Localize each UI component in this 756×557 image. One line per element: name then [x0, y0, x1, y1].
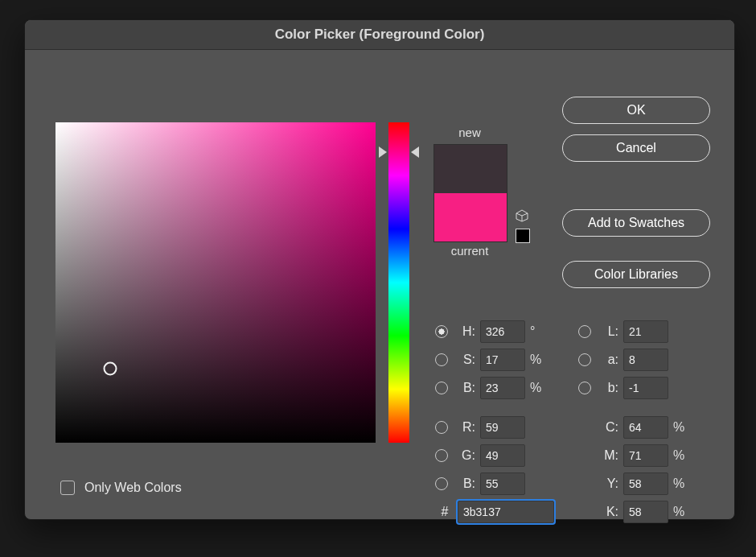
- model-a-radio[interactable]: [578, 353, 591, 366]
- hue-slider-handle-left-icon[interactable]: [379, 146, 387, 158]
- hue-slider[interactable]: [388, 122, 409, 443]
- bhsb-label: B:: [451, 381, 480, 395]
- dialog-title: Color Picker (Foreground Color): [25, 20, 734, 50]
- hex-input[interactable]: [458, 501, 554, 523]
- swatch-current-label: current: [433, 244, 506, 258]
- only-web-colors-label: Only Web Colors: [84, 481, 182, 495]
- g-label: G:: [451, 448, 480, 463]
- dialog-content: new current OK Cancel Add to Swatches Co…: [25, 50, 734, 520]
- only-web-colors-checkbox[interactable]: Only Web Colors: [60, 481, 182, 495]
- m-unit: %: [668, 448, 692, 463]
- s-unit: %: [525, 353, 549, 367]
- bhsb-unit: %: [525, 381, 549, 395]
- color-field-cursor: [103, 362, 117, 376]
- model-r-radio[interactable]: [435, 421, 448, 434]
- hex-row: #: [432, 501, 554, 523]
- cancel-button[interactable]: Cancel: [562, 134, 710, 162]
- k-unit: %: [668, 505, 692, 519]
- a-label: a:: [594, 353, 623, 367]
- model-b-hsb-radio[interactable]: [435, 382, 448, 394]
- gamut-warning-cube-icon[interactable]: [516, 209, 528, 222]
- h-label: H:: [451, 324, 480, 339]
- r-label: R:: [451, 420, 480, 435]
- c-label: C:: [594, 420, 623, 435]
- model-b-lab-radio[interactable]: [578, 382, 591, 394]
- l-label: L:: [594, 324, 623, 339]
- g-input[interactable]: [480, 444, 525, 467]
- add-to-swatches-button[interactable]: Add to Swatches: [562, 209, 710, 237]
- color-picker-dialog: Color Picker (Foreground Color) new curr…: [24, 19, 735, 520]
- c-unit: %: [668, 420, 692, 435]
- blab-input[interactable]: [623, 377, 668, 399]
- checkbox-icon: [60, 481, 75, 495]
- k-input[interactable]: [623, 501, 668, 523]
- color-libraries-button[interactable]: Color Libraries: [562, 261, 710, 288]
- hue-slider-handle-right-icon[interactable]: [411, 146, 419, 158]
- model-h-radio[interactable]: [435, 325, 448, 338]
- brgb-label: B:: [451, 477, 480, 491]
- bhsb-input[interactable]: [480, 377, 525, 399]
- model-l-radio[interactable]: [578, 325, 591, 338]
- m-label: M:: [594, 448, 623, 463]
- h-input[interactable]: [480, 320, 525, 343]
- k-label: K:: [594, 505, 623, 519]
- model-s-radio[interactable]: [435, 353, 448, 366]
- swatch-new-label: new: [433, 126, 506, 139]
- s-label: S:: [451, 353, 480, 367]
- y-input[interactable]: [623, 472, 668, 495]
- s-input[interactable]: [480, 349, 525, 371]
- model-g-radio[interactable]: [435, 449, 448, 462]
- c-input[interactable]: [623, 416, 668, 439]
- hex-hash-label: #: [432, 505, 458, 519]
- bw-swatch-icon[interactable]: [516, 229, 530, 243]
- swatch-current[interactable]: [434, 193, 507, 241]
- model-b-rgb-radio[interactable]: [435, 477, 448, 490]
- brgb-input[interactable]: [480, 472, 525, 495]
- m-input[interactable]: [623, 444, 668, 467]
- swatch-compare: [433, 144, 507, 242]
- r-input[interactable]: [480, 416, 525, 439]
- y-label: Y:: [594, 477, 623, 491]
- h-unit: °: [525, 324, 549, 339]
- color-field[interactable]: [55, 122, 376, 443]
- y-unit: %: [668, 477, 692, 491]
- a-input[interactable]: [623, 349, 668, 371]
- blab-label: b:: [594, 381, 623, 395]
- ok-button[interactable]: OK: [562, 97, 710, 124]
- color-values-panel: H: ° L: S: %: [432, 320, 692, 528]
- l-input[interactable]: [623, 320, 668, 343]
- swatch-new: [434, 145, 507, 193]
